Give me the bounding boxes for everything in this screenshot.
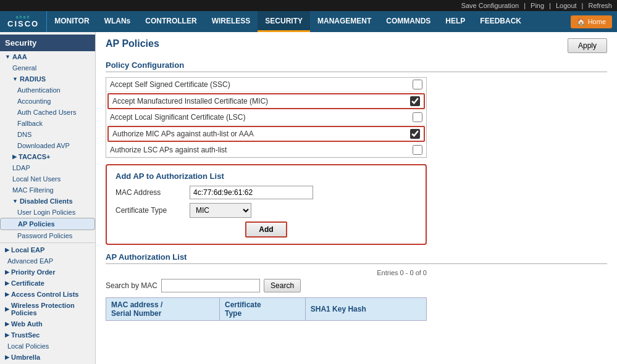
policy-label-mic: Accept Manufactured Installed Certificat…: [112, 97, 410, 105]
col-sha1[interactable]: SHA1 Key Hash: [305, 298, 426, 321]
sidebar: Security ▼ AAA General ▼ RADIUS Authenti…: [0, 32, 96, 364]
nav-monitor[interactable]: MONITOR: [47, 11, 96, 32]
sidebar-item-disabled-clients[interactable]: ▼ Disabled Clients: [0, 196, 95, 207]
policy-check-authorize-mic[interactable]: [410, 129, 420, 139]
sidebar-item-downloaded-avp[interactable]: Downloaded AVP: [0, 140, 95, 151]
col-cert-type[interactable]: CertificateType: [219, 298, 305, 321]
cert-type-row: Certificate Type MIC LSC SSC: [115, 203, 417, 218]
add-ap-title: Add AP to Authorization List: [115, 172, 417, 181]
sidebar-item-advanced-eap[interactable]: Advanced EAP: [0, 255, 95, 267]
sidebar-item-web-auth[interactable]: ▶ Web Auth: [0, 318, 95, 329]
home-label: Home: [588, 18, 606, 25]
sidebar-item-radius[interactable]: ▼ RADIUS: [0, 73, 95, 85]
sidebar-item-local-eap[interactable]: ▶ Local EAP: [0, 244, 95, 255]
logout-link[interactable]: Logout: [556, 2, 577, 9]
nav-management[interactable]: MANAGEMENT: [310, 11, 379, 32]
sidebar-item-trustsec[interactable]: ▶ TrustSec: [0, 329, 95, 341]
nav-help[interactable]: HELP: [438, 11, 472, 32]
cisco-wordmark: CISCO: [7, 19, 39, 28]
policy-check-authorize-lsc[interactable]: [413, 145, 422, 155]
nav-menu: MONITOR WLANs CONTROLLER WIRELESS SECURI…: [47, 11, 617, 32]
nav-controller[interactable]: CONTROLLER: [138, 11, 204, 32]
navbar: ahah CISCO MONITOR WLANs CONTROLLER WIRE…: [0, 11, 617, 32]
add-ap-box: Add AP to Authorization List MAC Address…: [106, 164, 427, 245]
search-by-mac-label: Search by MAC: [106, 281, 157, 290]
add-button[interactable]: Add: [245, 221, 287, 238]
cisco-logo: ahah CISCO: [0, 11, 47, 32]
policy-list: Accept Self Signed Certificate (SSC) Acc…: [106, 77, 427, 158]
nav-feedback[interactable]: FEEDBACK: [472, 11, 529, 32]
sidebar-item-auth-cached-users[interactable]: Auth Cached Users: [0, 107, 95, 118]
sidebar-item-general[interactable]: General: [0, 62, 95, 73]
policy-label-lsc: Accept Local Significant Certificate (LS…: [110, 113, 413, 122]
cert-type-label: Certificate Type: [115, 206, 190, 215]
content-area: AP Policies Apply Policy Configuration A…: [96, 32, 617, 364]
sidebar-item-user-login-policies[interactable]: User Login Policies: [0, 207, 95, 218]
sidebar-item-access-control-lists[interactable]: ▶ Access Control Lists: [0, 289, 95, 300]
policy-config-title: Policy Configuration: [106, 60, 607, 72]
policy-label-authorize-mic: Authorize MIC APs against auth-list or A…: [112, 130, 410, 138]
topbar: Save Configuration | Ping | Logout | Ref…: [0, 0, 617, 11]
entries-info: Entries 0 - 0 of 0: [106, 269, 427, 276]
search-button[interactable]: Search: [264, 279, 301, 292]
sidebar-item-tacacs[interactable]: ▶ TACACS+: [0, 151, 95, 162]
policy-check-lsc[interactable]: [413, 112, 422, 122]
col-mac-serial[interactable]: MAC address /Serial Number: [106, 298, 220, 321]
sidebar-item-accounting[interactable]: Accounting: [0, 96, 95, 107]
sidebar-item-ap-policies[interactable]: AP Policies: [0, 218, 95, 230]
page-title: AP Policies: [106, 38, 159, 49]
mac-address-row: MAC Address: [115, 186, 417, 199]
sidebar-item-certificate[interactable]: ▶ Certificate: [0, 278, 95, 289]
nav-wlans[interactable]: WLANs: [97, 11, 138, 32]
sidebar-header: Security: [0, 35, 95, 51]
save-config-link[interactable]: Save Configuration: [461, 2, 519, 9]
auth-table: MAC address /Serial Number CertificateTy…: [106, 297, 427, 321]
policy-check-mic[interactable]: [410, 96, 420, 106]
policy-row-authorize-mic: Authorize MIC APs against auth-list or A…: [107, 126, 425, 142]
policy-row-lsc: Accept Local Significant Certificate (LS…: [106, 110, 426, 125]
auth-list-section: AP Authorization List Entries 0 - 0 of 0…: [106, 252, 607, 321]
sidebar-item-wireless-protection-policies[interactable]: ▶ Wireless Protection Policies: [0, 300, 95, 318]
nav-wireless[interactable]: WIRELESS: [204, 11, 258, 32]
policy-row-authorize-lsc: Authorize LSC APs against auth-list: [106, 143, 426, 157]
sidebar-item-fallback[interactable]: Fallback: [0, 118, 95, 129]
sidebar-item-dns[interactable]: DNS: [0, 129, 95, 140]
sidebar-item-ldap[interactable]: LDAP: [0, 162, 95, 173]
ping-link[interactable]: Ping: [531, 2, 544, 9]
sidebar-item-local-policies[interactable]: Local Policies: [0, 341, 95, 352]
policy-label-authorize-lsc: Authorize LSC APs against auth-list: [110, 146, 413, 154]
sidebar-item-priority-order[interactable]: ▶ Priority Order: [0, 267, 95, 278]
policy-label-ssc: Accept Self Signed Certificate (SSC): [110, 80, 413, 89]
sidebar-item-aaa[interactable]: ▼ AAA: [0, 51, 95, 62]
sidebar-item-local-net-users[interactable]: Local Net Users: [0, 173, 95, 184]
sidebar-item-mac-filtering[interactable]: MAC Filtering: [0, 184, 95, 196]
nav-security[interactable]: SECURITY: [258, 11, 310, 32]
home-button[interactable]: 🏠 Home: [571, 15, 612, 28]
main-layout: Security ▼ AAA General ▼ RADIUS Authenti…: [0, 32, 617, 364]
apply-button[interactable]: Apply: [568, 38, 607, 53]
auth-list-title: AP Authorization List: [106, 252, 607, 264]
refresh-link[interactable]: Refresh: [588, 2, 612, 9]
search-input[interactable]: [161, 279, 260, 292]
search-row: Search by MAC Search: [106, 279, 607, 292]
cert-type-select[interactable]: MIC LSC SSC: [190, 203, 251, 218]
sidebar-item-umbrella[interactable]: ▶ Umbrella: [0, 352, 95, 363]
nav-commands[interactable]: COMMANDS: [379, 11, 438, 32]
mac-address-input[interactable]: [190, 186, 313, 199]
mac-label: MAC Address: [115, 188, 190, 197]
policy-row-ssc: Accept Self Signed Certificate (SSC): [106, 78, 426, 92]
sidebar-item-password-policies[interactable]: Password Policies: [0, 230, 95, 241]
policy-check-ssc[interactable]: [413, 80, 422, 89]
policy-row-mic: Accept Manufactured Installed Certificat…: [107, 93, 425, 109]
sidebar-item-authentication[interactable]: Authentication: [0, 85, 95, 96]
